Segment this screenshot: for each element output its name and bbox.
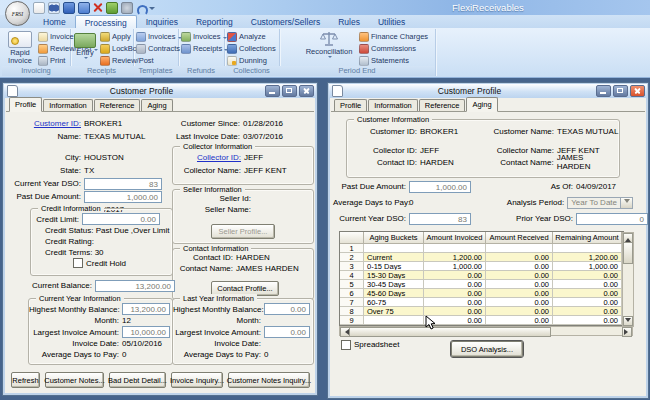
left-window-titlebar[interactable]: Customer Profile [4,84,316,98]
collector-id-link[interactable]: Collector ID: [173,153,244,162]
customer-id-link[interactable]: Customer ID: [8,119,84,128]
table-row[interactable]: 90.000.000.00 [340,316,623,325]
table-row[interactable]: 530-45 Days0.000.000.00 [340,280,623,289]
right-window-titlebar[interactable]: Customer Profile [329,84,647,98]
ly-highest-monthly-balance-field[interactable]: 0.00 [264,303,310,315]
col-amount-invoiced[interactable]: Amount Invoiced [424,232,486,244]
lockbox-button[interactable]: LockBox [100,43,131,54]
dso-analysis-button[interactable]: DSO Analysis... [451,341,523,357]
tab-aging[interactable]: Aging [466,97,497,112]
col-amount-received[interactable]: Amount Received [486,232,553,244]
close-button[interactable] [630,85,645,97]
commissions-button[interactable]: Commissions [359,43,428,54]
tab-reference[interactable]: Reference [94,99,141,111]
statements-button[interactable]: Statements [359,55,428,66]
receipts-review-post-button[interactable]: Review/Post [100,55,131,66]
vertical-scrollbar[interactable] [622,232,634,327]
entry-button[interactable]: Entry [72,31,98,61]
tab-aging[interactable]: Aging [141,99,172,111]
contracts-button[interactable]: Contracts [136,43,176,54]
invoice-inquiry-button[interactable]: Invoice Inquiry... [171,372,223,388]
table-row[interactable]: 2Current1,200.000.001,200.00 [340,253,623,262]
table-row[interactable]: 415-30 Days0.000.000.00 [340,271,623,280]
table-row[interactable]: 30-15 Days1,000.000.001,000.00 [340,262,623,271]
record-icon[interactable] [121,2,133,14]
apply-button[interactable]: Apply [100,31,131,42]
credit-hold-checkbox[interactable] [73,258,83,268]
tab-information[interactable]: Information [368,99,418,111]
customer-notes-button[interactable]: Customer Notes... [45,372,104,388]
tab-reference[interactable]: Reference [419,99,466,111]
minimize-button[interactable] [596,85,611,97]
collections-button[interactable]: Collections [227,43,276,54]
finance-charges-button[interactable]: Finance Charges [359,31,428,42]
close-button[interactable] [299,85,314,97]
tab-processing[interactable]: Processing [75,15,137,28]
tab-information[interactable]: Information [43,99,93,111]
table-row[interactable]: 8Over 750.000.000.00 [340,307,623,316]
refund-receipts-button[interactable]: Receipts [181,43,222,54]
credit-status-value: Past Due ,Over Limit [96,226,170,235]
prior-year-dso-field[interactable]: 0 [576,213,648,225]
col-remaining-amount[interactable]: Remaining Amount [553,232,622,244]
tab-profile[interactable]: Profile [9,97,42,112]
app-logo-button[interactable]: FRSI [5,1,30,26]
bad-debt-detail-button[interactable]: Bad Debt Detail... [109,372,166,388]
row-number: 1 [340,244,364,253]
horizontal-scrollbar[interactable] [339,326,633,336]
current-year-dso-field[interactable]: 83 [409,213,471,225]
tab-reporting[interactable]: Reporting [187,15,242,28]
customer-notes-inquiry-button[interactable]: Customer Notes Inquiry... [228,372,310,388]
tab-profile[interactable]: Profile [334,99,367,111]
tab-customers-sellers[interactable]: Customers/Sellers [242,15,329,28]
quick-access-more-icon[interactable] [149,7,155,13]
save-icon[interactable] [63,2,75,14]
minimize-button[interactable] [265,85,280,97]
ok-icon[interactable] [106,2,118,14]
maximize-button[interactable] [613,85,628,97]
new-document-icon[interactable] [33,2,45,14]
invoice-button[interactable]: Invoice [38,31,68,42]
delete-icon[interactable] [93,3,103,13]
cell-bucket: 60-75 [364,298,424,307]
rapid-invoice-button[interactable]: Rapid Invoice [4,31,36,65]
tab-home[interactable]: Home [34,15,75,28]
refund-invoices-button[interactable]: Invoices [181,31,222,42]
spreadsheet-checkbox[interactable] [341,340,351,350]
current-balance-field[interactable]: 13,200.00 [95,280,175,292]
current-year-dso-field[interactable]: 83 [84,178,162,190]
cy-largest-invoice-field[interactable]: 10,000.00 [122,326,170,338]
print-button[interactable]: Print [38,55,68,66]
review-post-button[interactable]: Review/Post [38,43,68,54]
dropdown-arrow-icon[interactable] [620,198,632,208]
table-row[interactable]: 645-60 Days0.000.000.00 [340,289,623,298]
undo-icon[interactable] [136,3,146,13]
seller-profile-button[interactable]: Seller Profile... [211,224,275,239]
analyze-button[interactable]: Analyze [227,31,276,42]
ly-largest-invoice-field[interactable]: 0.00 [264,326,310,338]
tab-inquiries[interactable]: Inquiries [137,15,187,28]
past-due-amount-field[interactable]: 1,000.00 [409,181,471,193]
analysis-period-dropdown[interactable]: Year To Date [567,197,633,209]
template-invoices-button[interactable]: Invoices [136,31,176,42]
reconciliation-button[interactable]: Reconciliation [301,31,357,60]
table-row[interactable]: 760-750.000.000.00 [340,298,623,307]
tab-rules[interactable]: Rules [329,15,369,28]
save-as-icon[interactable] [78,2,90,14]
find-icon[interactable] [48,2,60,14]
contact-name-value: JAMES HARDEN [236,264,299,273]
horizontal-scroll-thumb[interactable] [349,327,551,337]
dunning-button[interactable]: Dunning [227,55,276,66]
scroll-down-icon[interactable] [623,316,633,326]
vertical-scroll-thumb[interactable] [623,242,633,264]
cy-highest-monthly-balance-field[interactable]: 13,200.00 [122,303,170,315]
cell-received: 0.00 [486,289,553,298]
maximize-button[interactable] [282,85,297,97]
table-row[interactable]: 1 [340,244,623,253]
tab-utilities[interactable]: Utilities [369,15,414,28]
credit-limit-field[interactable]: 0.00 [82,213,160,225]
scroll-right-icon[interactable] [622,327,632,337]
refresh-button[interactable]: Refresh [11,372,40,388]
col-aging-buckets[interactable]: Aging Buckets [364,232,424,244]
past-due-amount-field[interactable]: 1,000.00 [84,191,162,203]
